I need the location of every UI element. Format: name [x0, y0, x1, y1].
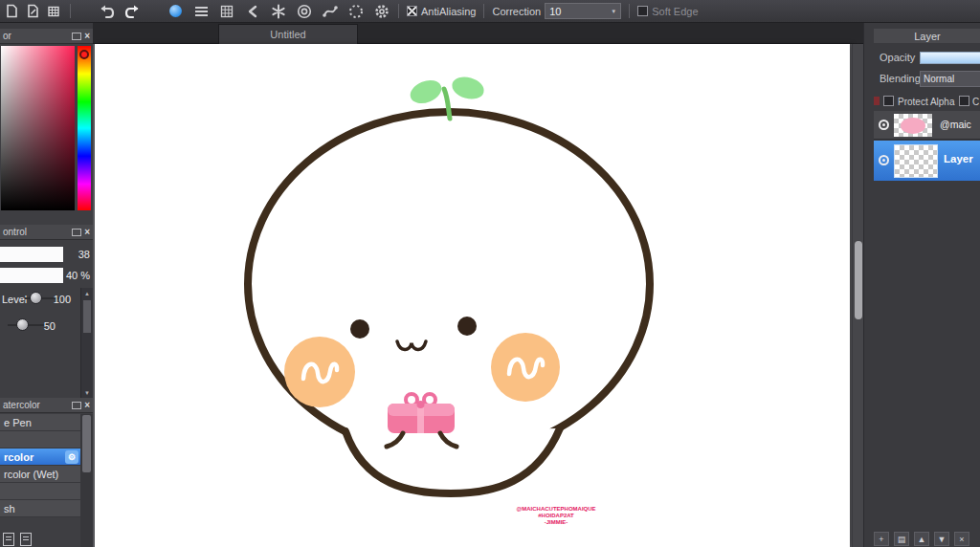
main-toolbar: AntiAliasing Correction 10 ▼ Soft Edge: [0, 0, 980, 23]
alpha-indicator-icon: [874, 97, 880, 105]
layer-panel-title: Layer: [914, 31, 941, 42]
layer-row[interactable]: @maic: [874, 111, 980, 140]
artwork-character: [95, 44, 850, 547]
brush-list: e Pen rcolor ⚙ rcolor (Wet) sh: [0, 414, 80, 517]
layer-opacity-slider[interactable]: [920, 52, 980, 64]
add-brush-button[interactable]: [3, 533, 14, 546]
level-value: 100: [46, 294, 71, 305]
layer-row-selected[interactable]: Layer: [874, 141, 980, 181]
scroll-down-icon[interactable]: ▼: [81, 387, 93, 398]
signature-line: @MAICHACUTEPHOMAIQUE: [512, 506, 600, 513]
brush-tool-button[interactable]: [167, 2, 184, 21]
toolbar-separator: [398, 4, 399, 18]
level-label: Level: [2, 294, 31, 305]
correction-dropdown[interactable]: 10 ▼: [545, 3, 621, 19]
control-panel-title: ontrol: [3, 227, 69, 237]
brush-control-panel: ontrol × 38 40 % Level 100 50 ▲ ▼: [0, 225, 93, 398]
toolbar-separator: [70, 4, 71, 18]
canvas-vertical-scrollbar[interactable]: [852, 44, 863, 547]
saturation-value-picker[interactable]: [1, 46, 75, 210]
brush-item[interactable]: [0, 483, 80, 500]
popout-icon[interactable]: [72, 33, 81, 40]
close-icon[interactable]: ×: [84, 228, 90, 237]
protect-alpha-label: Protect Alpha: [898, 97, 954, 107]
antialiasing-label: AntiAliasing: [421, 6, 476, 17]
brush-opacity-value: 40 %: [54, 270, 90, 281]
scroll-up-icon[interactable]: ▲: [81, 288, 93, 298]
close-icon[interactable]: ×: [84, 401, 90, 410]
layer-name: Layer: [944, 153, 973, 164]
popout-icon[interactable]: [72, 229, 81, 236]
color-panel: or ×: [0, 29, 93, 225]
caret-down-icon: ▼: [611, 9, 616, 14]
visibility-eye-icon[interactable]: [879, 155, 889, 165]
popout-icon[interactable]: [72, 402, 81, 409]
dotted-circle-tool-button[interactable]: [347, 2, 365, 21]
redo-button[interactable]: [124, 2, 142, 21]
correction-label: Correction: [492, 6, 541, 17]
add-layer-button[interactable]: +: [874, 532, 889, 546]
brush-scroll-thumb[interactable]: [82, 415, 91, 472]
soft-edge-label: Soft Edge: [652, 6, 698, 17]
brush-list-panel: atercolor × e Pen rcolor ⚙ rcolor (Wet) …: [0, 398, 93, 547]
level-knob[interactable]: [30, 292, 42, 304]
grid-view-button[interactable]: [45, 2, 62, 21]
arrow-left-tool-button[interactable]: [244, 2, 261, 21]
brush-item-label: e Pen: [4, 417, 32, 428]
undo-button[interactable]: [98, 2, 115, 21]
soft-edge-checkbox[interactable]: [637, 6, 648, 16]
scrollbar-thumb[interactable]: [855, 241, 862, 319]
undo-icon: [98, 4, 115, 19]
layer-panel-header: Layer: [874, 29, 980, 43]
brush-item[interactable]: rcolor (Wet): [0, 466, 80, 483]
artist-signature: @MAICHACUTEPHOMAIQUE #HOIDAP2AT -JIMMIE-: [512, 506, 600, 526]
close-icon[interactable]: ×: [84, 32, 90, 41]
opacity-label: Opacity: [880, 52, 915, 63]
canvas-area: @MAICHACUTEPHOMAIQUE #HOIDAP2AT -JIMMIE-: [93, 44, 863, 547]
brush-item[interactable]: sh: [0, 500, 80, 517]
new-file-button[interactable]: [3, 2, 20, 21]
clipping-checkbox[interactable]: [959, 96, 969, 106]
page-icon: [5, 4, 18, 18]
tab-untitled[interactable]: Untitled: [218, 24, 358, 44]
brush-list-scrollbar[interactable]: [80, 414, 93, 547]
blending-dropdown[interactable]: Normal: [920, 71, 980, 87]
brush-settings-gear-icon[interactable]: ⚙: [65, 450, 78, 464]
grid-tool-button[interactable]: [218, 2, 235, 21]
mix-knob[interactable]: [16, 318, 29, 331]
hue-marker[interactable]: [79, 50, 89, 59]
control-scroll-thumb[interactable]: [83, 300, 91, 333]
page-edit-icon: [26, 4, 39, 18]
curve-tool-button[interactable]: [322, 2, 339, 21]
delete-layer-button[interactable]: ×: [954, 532, 969, 546]
antialiasing-checkbox[interactable]: [407, 6, 417, 16]
move-layer-down-button[interactable]: ▼: [934, 532, 949, 546]
move-layer-up-button[interactable]: ▲: [914, 532, 929, 546]
brush-lines-tool-button[interactable]: [192, 2, 210, 21]
brush-panel-footer: [3, 533, 32, 546]
clipping-label: C: [972, 97, 979, 107]
edit-file-button[interactable]: [24, 2, 41, 21]
protect-alpha-checkbox[interactable]: [883, 96, 894, 106]
settings-gear-button[interactable]: [373, 2, 390, 21]
duplicate-brush-button[interactable]: [20, 533, 32, 546]
brush-item[interactable]: e Pen: [0, 414, 80, 431]
brush-item-selected[interactable]: rcolor ⚙: [0, 449, 80, 466]
signature-line: -JIMMIE-: [512, 519, 600, 526]
layer-thumbnail: [894, 114, 932, 137]
mix-value: 50: [34, 320, 56, 332]
gear-icon: [374, 4, 390, 19]
brush-item[interactable]: [0, 431, 80, 449]
brush-panel-title: atercolor: [3, 400, 69, 410]
symmetry-tool-button[interactable]: [270, 2, 287, 21]
brush-size-slider[interactable]: [0, 247, 63, 262]
duplicate-layer-button[interactable]: ▤: [894, 532, 909, 546]
concentric-tool-button[interactable]: [296, 2, 313, 21]
visibility-eye-icon[interactable]: [879, 120, 889, 130]
curve-icon: [323, 5, 338, 18]
canvas[interactable]: @MAICHACUTEPHOMAIQUE #HOIDAP2AT -JIMMIE-: [95, 44, 850, 547]
control-scrollbar[interactable]: ▲ ▼: [80, 288, 93, 398]
blue-circle-icon: [169, 5, 182, 17]
toolbar-separator: [629, 4, 630, 18]
hue-slider[interactable]: [78, 46, 91, 210]
